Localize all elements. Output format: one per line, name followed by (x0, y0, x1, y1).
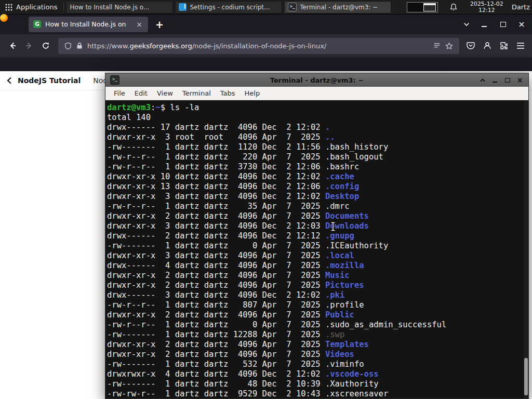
mouse-cursor (329, 221, 337, 232)
terminal-line: drwxr-xr-x 2 dartz dartz 4096 Apr 7 2025… (107, 340, 528, 350)
browser-tabbar: G How to Install Node.js on × + × (0, 14, 532, 34)
tab-close-button[interactable]: × (135, 20, 143, 29)
terminal-line: -rw-rw-r-- 1 dartz dartz 9529 Dec 2 10:4… (107, 389, 528, 398)
terminal-line: drwxr-xr-x 3 root root 4096 Apr 7 2025 .… (107, 132, 528, 142)
terminal-minimize-button[interactable] (491, 76, 499, 84)
terminal-scrollbar-thumb[interactable] (524, 358, 528, 395)
panel-clock[interactable]: 2025-12-02 12:12 (470, 1, 503, 14)
terminal-menubar: FileEditViewTerminalTabsHelp (105, 87, 528, 100)
terminal-line: drwxr-xr-x 3 dartz dartz 4096 Dec 2 12:0… (107, 221, 528, 231)
panel-separator (63, 3, 64, 12)
codium-icon (179, 3, 187, 11)
terminal-shade-button[interactable] (478, 76, 486, 84)
terminal-line: drwxr-xr-x 2 dartz dartz 4096 Apr 7 2025… (107, 211, 528, 221)
tracking-shield-icon[interactable] (64, 42, 72, 50)
prompt-user-host: dartz@vm3 (107, 103, 151, 112)
nav-scroll-left-icon[interactable] (6, 77, 12, 84)
terminal-line: drwxr-xr-x 3 dartz dartz 4096 Dec 2 12:0… (107, 192, 528, 202)
new-tab-button[interactable]: + (155, 19, 164, 30)
back-button[interactable] (4, 37, 21, 54)
terminal-line: drwx------ 2 dartz dartz 4096 Dec 2 12:1… (107, 231, 528, 241)
gfg-nav-item[interactable]: NodeJS Tutorial (18, 76, 81, 85)
terminal-title: Terminal - dartz@vm3: ~ (168, 76, 466, 84)
url-bar[interactable]: https://www.geeksforgeeks.org/node-js/in… (58, 38, 459, 54)
terminal-line: -rw-r--r-- 1 dartz dartz 0 Apr 7 2025 .s… (107, 320, 528, 330)
terminal-line: drwxr-xr-x 10 dartz dartz 4096 Dec 2 12:… (107, 172, 528, 182)
prompt-path: ~ (155, 103, 160, 112)
taskbar-item-terminal[interactable]: >_ Terminal - dartz@vm3: ~ (284, 1, 391, 14)
reload-button[interactable] (37, 37, 54, 54)
taskbar-item-codium[interactable]: Settings - codium script... (175, 1, 282, 14)
firefox-icon (0, 14, 8, 22)
pocket-icon[interactable] (467, 42, 475, 50)
panel-user-label[interactable]: Dartz (512, 3, 530, 11)
terminal-line: drwxr-xr-x 2 dartz dartz 4096 Apr 7 2025… (107, 350, 528, 360)
clock-date: 2025-12-02 (470, 1, 503, 7)
clock-time: 12:12 (470, 7, 503, 14)
notification-bell-icon[interactable] (449, 3, 458, 11)
terminal-line: drwxr-xr-x 13 dartz dartz 4096 Dec 2 12:… (107, 182, 528, 192)
terminal-window-icon: >_ (110, 75, 119, 85)
taskbar-item-label: How to Install Node.js o... (70, 4, 169, 11)
terminal-line: drwxr-xr-x 2 dartz dartz 4096 Apr 7 2025… (107, 271, 528, 281)
terminal-line: drwxr-xr-x 2 dartz dartz 4096 Apr 7 2025… (107, 281, 528, 290)
applications-menu[interactable]: Applications (0, 0, 62, 14)
terminal-line: drwx------ 3 dartz dartz 4096 Dec 2 12:0… (107, 290, 528, 300)
menu-view[interactable]: View (152, 88, 178, 98)
menu-file[interactable]: File (109, 88, 130, 98)
applications-grid-icon (5, 4, 12, 11)
typed-command: ls -la (170, 103, 199, 112)
applications-label: Applications (16, 3, 57, 11)
terminal-line: -rw------- 1 dartz dartz 48 Dec 2 10:39 … (107, 379, 528, 389)
menu-hamburger-icon[interactable] (516, 42, 525, 49)
terminal-close-button[interactable]: × (516, 76, 524, 84)
lock-icon[interactable] (76, 42, 83, 49)
account-icon[interactable] (483, 42, 491, 50)
terminal-maximize-button[interactable] (503, 76, 511, 84)
browser-tab[interactable]: G How to Install Node.js on × (29, 17, 148, 32)
extensions-icon[interactable] (500, 42, 508, 50)
terminal-line: drwxrwxr-x 4 dartz dartz 4096 Dec 2 12:0… (107, 369, 528, 379)
reader-mode-icon[interactable] (433, 42, 441, 49)
terminal-icon: >_ (288, 3, 297, 11)
terminal-line: drwxr-xr-x 3 dartz dartz 4096 Apr 7 2025… (107, 251, 528, 261)
workspace-switcher[interactable] (407, 2, 438, 12)
terminal-line: -rw-r--r-- 1 dartz dartz 3730 Dec 2 12:0… (107, 162, 528, 172)
terminal-line: -rw------- 1 dartz dartz 532 Apr 7 2025 … (107, 360, 528, 369)
terminal-line: -rw-r--r-- 1 dartz dartz 220 Apr 7 2025 … (107, 152, 528, 162)
forward-button[interactable] (21, 37, 37, 54)
terminal-line: drwxr-xr-x 2 dartz dartz 4096 Apr 7 2025… (107, 310, 528, 320)
bookmark-star-icon[interactable] (445, 42, 453, 50)
terminal-listing: drwx------ 17 dartz dartz 4096 Dec 2 12:… (107, 123, 528, 398)
terminal-line: -rw------- 1 dartz dartz 1120 Dec 2 11:5… (107, 142, 528, 152)
terminal-line: drwx------ 17 dartz dartz 4096 Dec 2 12:… (107, 123, 528, 132)
list-all-tabs-icon[interactable] (463, 22, 470, 26)
terminal-prompt-line: dartz@vm3:~$ls -la (107, 103, 528, 113)
window-maximize-button[interactable] (499, 20, 507, 29)
taskbar-item-label: Terminal - dartz@vm3: ~ (300, 4, 388, 11)
terminal-total-line: total 140 (107, 113, 528, 123)
menu-help[interactable]: Help (240, 88, 265, 98)
menu-terminal[interactable]: Terminal (178, 88, 216, 98)
desktop-panel: Applications How to Install Node.js o...… (0, 0, 532, 15)
terminal-titlebar[interactable]: >_ Terminal - dartz@vm3: ~ × (105, 73, 528, 87)
terminal-line: -rw------- 1 dartz dartz 0 Apr 7 2025 .I… (107, 241, 528, 251)
terminal-scrollbar[interactable] (524, 100, 528, 398)
terminal-line: -rw-r--r-- 1 dartz dartz 807 Apr 7 2025 … (107, 300, 528, 310)
workspace-window-icon (423, 3, 436, 11)
menu-tabs[interactable]: Tabs (216, 88, 240, 98)
url-text: https://www.geeksforgeeks.org/node-js/in… (87, 42, 429, 50)
terminal-window: >_ Terminal - dartz@vm3: ~ × FileEditVie… (105, 73, 529, 399)
terminal-body[interactable]: dartz@vm3:~$ls -la total 140 drwx------ … (105, 100, 528, 398)
terminal-line: drwx------ 4 dartz dartz 4096 Apr 7 2025… (107, 261, 528, 271)
menu-edit[interactable]: Edit (130, 88, 152, 98)
taskbar-item-browser[interactable]: How to Install Node.js o... (66, 1, 173, 14)
window-minimize-button[interactable] (480, 20, 488, 29)
browser-toolbar: https://www.geeksforgeeks.org/node-js/in… (0, 34, 532, 57)
window-close-button[interactable]: × (517, 20, 526, 29)
gfg-favicon: G (33, 20, 41, 28)
tab-title: How to Install Node.js on (45, 20, 131, 28)
terminal-line: -rw------- 1 dartz dartz 12288 Apr 7 202… (107, 330, 528, 340)
taskbar-item-label: Settings - codium script... (190, 4, 278, 11)
terminal-line: -rw-r--r-- 1 dartz dartz 35 Apr 7 2025 .… (107, 202, 528, 211)
